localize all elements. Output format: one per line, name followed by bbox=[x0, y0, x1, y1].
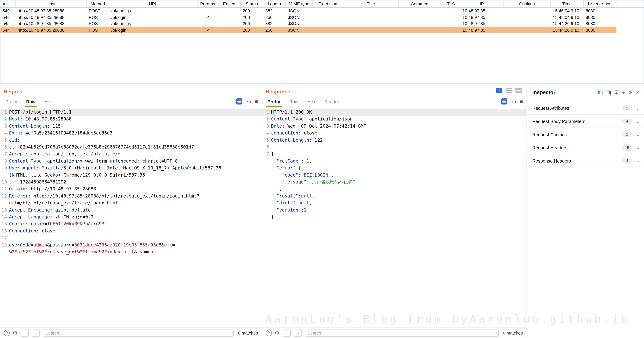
response-tabs-bar: PrettyRawHexRender \n ≡ bbox=[262, 96, 526, 107]
request-tab-raw[interactable]: Raw bbox=[22, 97, 40, 107]
layout-split-icon[interactable] bbox=[516, 88, 522, 93]
cell-comment bbox=[399, 21, 442, 27]
cell-extension bbox=[312, 14, 344, 21]
line-number: 17 bbox=[0, 235, 9, 241]
code-line: 10tm: 17284598664731292 bbox=[0, 179, 262, 186]
layout-columns-icon[interactable] bbox=[496, 88, 502, 93]
next-match-button[interactable]: → bbox=[294, 329, 302, 336]
close-icon[interactable]: ✕ bbox=[636, 90, 640, 95]
http-history-panel: #⌄HostMethodURLParamsEditedStatusLengthM… bbox=[0, 0, 644, 83]
section-label: Response Headers bbox=[532, 158, 571, 163]
response-tab-render[interactable]: Render bbox=[320, 97, 344, 107]
show-newlines-icon[interactable]: \n bbox=[246, 99, 251, 104]
column-header-tls[interactable]: TLS bbox=[442, 1, 460, 7]
cell-time: 15:44:26 9 10... bbox=[551, 27, 584, 33]
column-header-method[interactable]: Method bbox=[87, 1, 109, 7]
cell-mime: JSON bbox=[286, 8, 312, 14]
inspector-section-request-body-parameters[interactable]: Request Body Parameters4⌄ bbox=[527, 115, 644, 128]
history-row-548[interactable]: 548http://10.48.97.85:28088POST/bf/login… bbox=[0, 14, 616, 21]
cell-title bbox=[344, 27, 399, 33]
cell-params: ✓ bbox=[198, 14, 218, 21]
cell-ip: 10.48.97.85 bbox=[460, 21, 504, 27]
response-editor-icons: \n ≡ bbox=[501, 98, 523, 104]
response-search-bar: ? ⚙ ← → 0 matches bbox=[262, 327, 526, 338]
column-header-edited[interactable]: Edited bbox=[218, 1, 241, 7]
code-line: 11Origin: http://10.48.97.85:28088 bbox=[0, 186, 262, 193]
response-tab-hex[interactable]: Hex bbox=[303, 97, 320, 107]
column-header-ip[interactable]: IP bbox=[460, 1, 504, 7]
chevron-down-icon: ⌄ bbox=[636, 118, 640, 124]
response-tab-pretty[interactable]: Pretty bbox=[263, 97, 285, 107]
cell-mime: JSON bbox=[286, 14, 312, 21]
response-pretty-viewer[interactable]: 1HTTP/1.1 200 OK2Content-Type: applicati… bbox=[262, 107, 526, 327]
cell-mime: JSON bbox=[286, 27, 312, 33]
show-newlines-icon[interactable]: \n bbox=[511, 99, 516, 104]
column-header-params[interactable]: Params bbox=[198, 1, 218, 7]
help-icon[interactable]: ? bbox=[4, 330, 10, 336]
layout-rows-icon[interactable] bbox=[506, 88, 512, 93]
column-header-status[interactable]: Status bbox=[241, 1, 263, 7]
history-row-545[interactable]: 545http://10.48.97.85:28088POST/bf/confi… bbox=[0, 21, 616, 27]
cell-id: 549 bbox=[0, 8, 16, 14]
gear-icon[interactable]: ⚙ bbox=[13, 330, 18, 335]
chevron-down-icon: ⌄ bbox=[636, 131, 640, 137]
request-tab-pretty[interactable]: Pretty bbox=[1, 97, 22, 107]
wrap-text-icon[interactable] bbox=[501, 98, 507, 104]
response-tab-raw[interactable]: Raw bbox=[285, 97, 303, 107]
line-number: 5 bbox=[262, 136, 271, 143]
column-header-listener[interactable]: Listener port bbox=[584, 1, 616, 7]
column-header-mime[interactable]: MIME type bbox=[286, 1, 312, 7]
cell-method: POST bbox=[87, 21, 109, 27]
help-icon[interactable]: ? bbox=[266, 330, 272, 336]
column-header-cookies[interactable]: Cookies bbox=[504, 1, 551, 7]
code-line: 14Accept-Language: zh-CN,zh;q=0.9 bbox=[0, 214, 262, 221]
column-header-id[interactable]: #⌄ bbox=[0, 1, 16, 7]
inspector-section-request-attributes[interactable]: Request Attributes2⌄ bbox=[527, 102, 644, 115]
code-line: 1HTTP/1.1 200 OK bbox=[262, 109, 526, 116]
next-match-button[interactable]: → bbox=[32, 329, 40, 336]
response-search-input[interactable] bbox=[304, 329, 498, 336]
line-number: 6 bbox=[262, 144, 271, 150]
code-line: 9User-Agent: Mozilla/5.0 (Macintosh; Int… bbox=[0, 164, 262, 179]
cell-extension bbox=[312, 27, 344, 33]
request-search-input[interactable] bbox=[42, 329, 234, 336]
history-row-544[interactable]: 544http://10.48.97.85:28088POST/bf/login… bbox=[0, 27, 616, 33]
gear-icon[interactable]: ⚙ bbox=[628, 90, 632, 95]
collapse-all-icon[interactable] bbox=[614, 90, 619, 95]
column-header-length[interactable]: Length bbox=[263, 1, 286, 7]
column-header-time[interactable]: Time bbox=[551, 1, 584, 7]
cell-url: /bf/configs bbox=[109, 21, 198, 27]
cell-length: 250 bbox=[263, 14, 286, 21]
request-panel: Request PrettyRawHex \n ≡ 1POST /bf/logi… bbox=[0, 83, 262, 338]
column-header-comment[interactable]: Comment bbox=[399, 1, 442, 7]
gear-icon[interactable]: ⚙ bbox=[275, 330, 280, 335]
column-header-extension[interactable]: Extension bbox=[312, 1, 344, 7]
editor-menu-icon[interactable]: ≡ bbox=[255, 99, 258, 104]
dock-left-icon[interactable] bbox=[598, 90, 602, 95]
cell-edited bbox=[218, 27, 241, 33]
code-line: 3Date: Wed, 09 Oct 2024 07:42:14 GMT bbox=[262, 122, 526, 129]
chevron-down-icon: ⌄ bbox=[636, 144, 640, 150]
column-header-title[interactable]: Title bbox=[344, 1, 399, 7]
prev-match-button[interactable]: ← bbox=[282, 329, 290, 336]
request-tab-hex[interactable]: Hex bbox=[40, 97, 57, 107]
cell-comment bbox=[399, 8, 442, 14]
dock-right-icon[interactable] bbox=[606, 90, 610, 95]
inspector-section-response-headers[interactable]: Response Headers4⌄ bbox=[527, 154, 644, 167]
history-row-549[interactable]: 549http://10.48.97.85:28088POST/bf/confi… bbox=[0, 8, 616, 14]
line-number: 10 bbox=[0, 179, 9, 186]
line-number: 4 bbox=[0, 130, 9, 136]
code-line: 18userCode=admin&password=8031dece4396aa… bbox=[0, 241, 262, 255]
code-line: 8Content-Type: application/x-www-form-ur… bbox=[0, 157, 262, 164]
prev-match-button[interactable]: ← bbox=[20, 329, 28, 336]
request-panel-title: Request bbox=[4, 89, 262, 95]
editor-menu-icon[interactable]: ≡ bbox=[520, 99, 523, 104]
request-raw-editor[interactable]: 1POST /bf/login HTTP/1.12Host: 10.48.97.… bbox=[0, 107, 262, 327]
column-header-url[interactable]: URL bbox=[109, 1, 198, 7]
expand-collapse-icon[interactable]: ÷ bbox=[622, 90, 625, 95]
column-header-host[interactable]: Host bbox=[16, 1, 87, 7]
wrap-text-icon[interactable] bbox=[236, 98, 242, 104]
cell-host: http://10.48.97.85:28088 bbox=[16, 14, 87, 21]
inspector-section-request-cookies[interactable]: Request Cookies1⌄ bbox=[527, 128, 644, 141]
inspector-section-request-headers[interactable]: Request Headers15⌄ bbox=[527, 141, 644, 154]
